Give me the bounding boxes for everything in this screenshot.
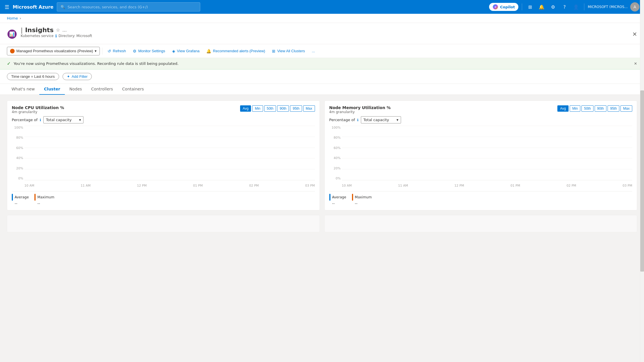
cpu-x-2pm: 02 PM [249, 184, 259, 187]
prometheus-button[interactable]: Managed Prometheus visualizations (Previ… [7, 47, 100, 55]
cpu-btn-avg[interactable]: Avg [240, 105, 251, 112]
nav-divider [522, 3, 522, 10]
search-bar[interactable]: 🔍 Search resources, services, and docs (… [57, 2, 200, 11]
memory-percentage-label: Percentage of [329, 118, 355, 122]
main-content: Node CPU Utilization % 4m granularity Av… [0, 95, 644, 267]
alert-close-button[interactable]: ✕ [634, 61, 637, 66]
memory-x-11am: 11 AM [398, 184, 408, 187]
recommended-alerts-button[interactable]: 🔔 Recommended alerts (Preview) [203, 47, 268, 55]
tab-cluster-label: Cluster [44, 87, 60, 91]
view-all-clusters-button[interactable]: ⊞ View All Clusters [269, 47, 308, 55]
cpu-metric-buttons: Avg Min 50th 90th 95th Max [240, 105, 315, 112]
memory-legend-maximum: Maximum -- [352, 194, 372, 206]
memory-btn-90th[interactable]: 90th [595, 105, 606, 112]
memory-btn-min[interactable]: Min [570, 105, 580, 112]
page-title: Insights [25, 26, 54, 34]
prometheus-dropdown-icon: ▾ [95, 49, 97, 53]
settings-icon[interactable]: ⚙ [548, 2, 558, 11]
memory-legend-avg-color [329, 194, 330, 201]
cpu-btn-50th[interactable]: 50th [264, 105, 276, 112]
star-icon[interactable]: ☆ [56, 27, 60, 33]
cpu-y-60: 60% [12, 146, 23, 150]
memory-x-10am: 10 AM [342, 184, 352, 187]
tab-controllers[interactable]: Controllers [87, 84, 118, 95]
mem-grid-60 [342, 148, 633, 148]
more-icon[interactable]: ... [62, 27, 67, 33]
cpu-y-axis: 100% 80% 60% 40% 20% 0% [12, 126, 23, 180]
breadcrumb-home[interactable]: Home [7, 16, 18, 20]
nav-divider-2 [584, 3, 584, 10]
cpu-y-80: 80% [12, 136, 23, 140]
memory-y-0: 0% [329, 177, 341, 180]
chart-card-4 [324, 215, 637, 232]
feedback-icon[interactable]: 👤 [571, 2, 581, 11]
memory-info-icon[interactable]: ℹ [357, 118, 359, 122]
user-avatar[interactable]: A [630, 2, 639, 11]
cpu-btn-90th[interactable]: 90th [277, 105, 289, 112]
refresh-icon: ↺ [108, 49, 111, 53]
tab-nodes-label: Nodes [69, 87, 82, 91]
add-filter-button[interactable]: ✦ Add Filter [63, 73, 92, 80]
chart-card-3 [7, 215, 320, 232]
tab-whats-new[interactable]: What's new [7, 84, 39, 95]
prometheus-label: Managed Prometheus visualizations (Previ… [16, 49, 93, 53]
cpu-btn-min[interactable]: Min [252, 105, 263, 112]
time-range-filter[interactable]: Time range = Last 6 hours [7, 73, 59, 80]
cpu-legend-average: Average -- [12, 194, 29, 206]
memory-capacity-dropdown[interactable]: Total capacity ▾ [361, 116, 401, 123]
memory-btn-50th[interactable]: 50th [581, 105, 593, 112]
portal-icon[interactable]: ⊞ [526, 2, 535, 11]
memory-y-100: 100% [329, 126, 341, 129]
toolbar: Managed Prometheus visualizations (Previ… [0, 44, 644, 58]
breadcrumb: Home › [0, 14, 644, 23]
help-icon[interactable]: ? [560, 2, 569, 11]
memory-chart-area: 100% 80% 60% 40% 20% 0% [329, 126, 633, 189]
tab-containers[interactable]: Containers [118, 84, 149, 95]
cpu-y-40: 40% [12, 156, 23, 160]
hamburger-icon[interactable]: ☰ [5, 4, 9, 10]
scrollbar-track[interactable] [640, 0, 644, 267]
page-title-group: | Insights ☆ ... Kubernetes service ℹ Di… [21, 26, 92, 42]
tab-containers-label: Containers [122, 87, 144, 91]
refresh-button[interactable]: ↺ Refresh [105, 47, 129, 55]
tab-whats-new-label: What's new [11, 87, 35, 91]
mem-grid-80 [342, 137, 633, 137]
cpu-x-12pm: 12 PM [137, 184, 147, 187]
tab-nodes[interactable]: Nodes [65, 84, 87, 95]
memory-x-1pm: 01 PM [511, 184, 520, 187]
memory-y-80: 80% [329, 136, 341, 140]
bell-icon[interactable]: 🔔 [537, 2, 546, 11]
cpu-info-icon[interactable]: ℹ [40, 118, 41, 122]
top-nav: ☰ Microsoft Azure 🔍 Search resources, se… [0, 0, 644, 14]
tab-cluster[interactable]: Cluster [39, 84, 65, 95]
grid-line-20 [24, 169, 315, 169]
cpu-legend-avg-value: -- [12, 201, 29, 206]
memory-btn-avg[interactable]: Avg [557, 105, 568, 112]
cpu-btn-95th[interactable]: 95th [290, 105, 302, 112]
view-grafana-button[interactable]: ◈ View Grafana [169, 47, 203, 55]
memory-btn-95th[interactable]: 95th [608, 105, 619, 112]
alert-text: You're now using Prometheus visualizatio… [13, 61, 178, 66]
memory-legend-max-label: Maximum [355, 195, 372, 199]
cpu-legend-max-value: -- [34, 201, 54, 206]
cpu-capacity-dropdown[interactable]: Total capacity ▾ [43, 116, 83, 123]
copilot-label: Copilot [500, 5, 515, 9]
alert-banner: ✓ You're now using Prometheus visualizat… [0, 58, 644, 69]
cpu-y-0: 0% [12, 177, 23, 180]
svg-text:✦: ✦ [494, 5, 497, 9]
monitor-settings-button[interactable]: ⚙ Monitor Settings [130, 47, 168, 55]
grid-line-80 [24, 137, 315, 137]
memory-x-2pm: 02 PM [567, 184, 576, 187]
cpu-chart-card: Node CPU Utilization % 4m granularity Av… [7, 100, 320, 210]
breadcrumb-sep: › [20, 16, 21, 20]
memory-btn-max[interactable]: Max [620, 105, 632, 112]
close-button[interactable]: ✕ [632, 31, 637, 38]
memory-legend-max-value: -- [352, 201, 372, 206]
nav-right: ✦ Copilot ⊞ 🔔 ⚙ ? 👤 MICROSOFT (MICROSOFT… [489, 2, 639, 11]
toolbar-more-button[interactable]: ... [309, 47, 318, 55]
mem-grid-40 [342, 158, 633, 158]
copilot-button[interactable]: ✦ Copilot [489, 3, 518, 11]
user-account[interactable]: MICROSOFT (MICROSOFT.ONMI... [588, 5, 628, 9]
scrollbar-thumb[interactable] [640, 90, 644, 267]
cpu-btn-max[interactable]: Max [303, 105, 315, 112]
